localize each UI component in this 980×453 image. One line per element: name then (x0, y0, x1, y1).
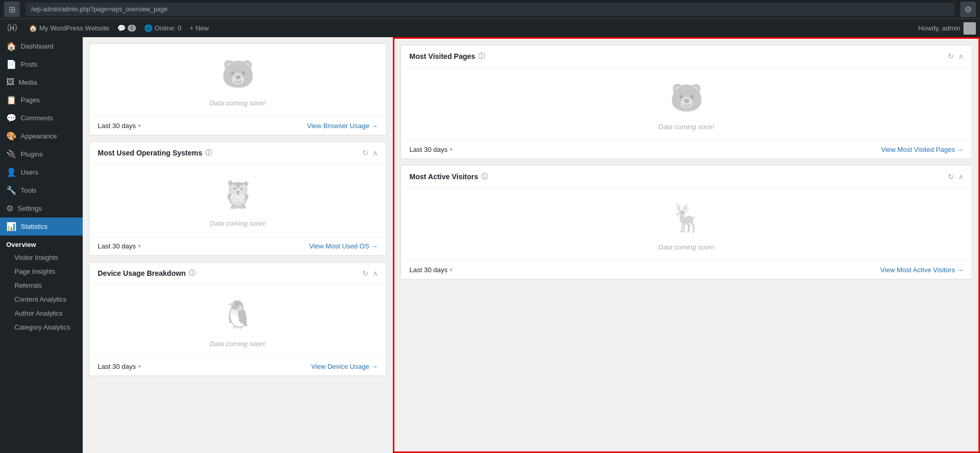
widget-device-usage: Device Usage Breakdown ⓘ ↻ ∧ 🐧 Data comi… (89, 262, 387, 376)
sidebar-item-label: Media (19, 79, 37, 86)
collapse-icon[interactable]: ∧ (373, 149, 378, 157)
browser-top-bar: ⊞ /wp-admin/admin.php?page=wps_overview_… (0, 0, 980, 19)
admin-bar-site-name[interactable]: 🏠 My WordPress Website (29, 24, 109, 32)
admin-bar-new[interactable]: + New (190, 24, 209, 32)
sidebar-item-author-analytics[interactable]: Author Analytics (0, 306, 83, 320)
most-active-visitors-period[interactable]: Last 30 days ▾ (409, 266, 453, 274)
widget-most-active-visitors-header: Most Active Visitors ⓘ ↻ ∧ (401, 166, 972, 188)
browser-usage-empty-state: Data coming soon! (210, 99, 266, 107)
widget-most-visited-pages: Most Visited Pages ⓘ ↻ ∧ 🐻 Data coming s… (401, 45, 972, 159)
collapse-icon[interactable]: ∧ (958, 52, 963, 60)
view-most-visited-pages-link[interactable]: View Most Visited Pages → (881, 146, 963, 153)
widget-browser-usage: 🐻 Data coming soon! Last 30 days ▾ View … (89, 43, 387, 135)
widget-device-usage-body: 🐧 Data coming soon! (89, 285, 386, 357)
widget-device-usage-controls: ↻ ∧ (362, 269, 378, 277)
admin-bar-comments[interactable]: 💬 0 (117, 24, 136, 32)
tools-icon: 🔧 (6, 185, 17, 195)
sidebar-item-label: Settings (18, 205, 42, 212)
widget-most-visited-pages-footer: Last 30 days ▾ View Most Visited Pages → (401, 140, 972, 159)
sidebar-item-label: Pages (21, 96, 40, 104)
pages-icon: 📋 (6, 95, 17, 105)
widget-most-visited-pages-header: Most Visited Pages ⓘ ↻ ∧ (401, 45, 972, 68)
widget-operating-systems-header: Most Used Operating Systems ⓘ ↻ ∧ (89, 142, 386, 164)
info-icon[interactable]: ⓘ (205, 148, 212, 158)
view-most-active-visitors-link[interactable]: View Most Active Visitors → (880, 266, 963, 274)
appearance-icon: 🎨 (6, 131, 17, 141)
info-icon[interactable]: ⓘ (478, 52, 485, 61)
sidebar-item-plugins[interactable]: 🔌 Plugins (0, 145, 83, 163)
widget-most-visited-pages-body: 🐻 Data coming soon! (401, 68, 972, 140)
view-most-used-os-link[interactable]: View Most Used OS → (309, 242, 378, 250)
wp-logo[interactable]: 🄦 (4, 22, 21, 34)
refresh-icon[interactable]: ↻ (362, 269, 369, 277)
sidebar-item-label: Plugins (21, 150, 43, 158)
sidebar-item-pages[interactable]: 📋 Pages (0, 91, 83, 109)
plugins-icon: 🔌 (6, 149, 17, 159)
sidebar-item-label: Tools (21, 186, 36, 194)
sidebar-item-visitor-insights[interactable]: Visitor Insights (0, 251, 83, 264)
sidebar-sub-menu: Visitor Insights Page Insights Referrals… (0, 251, 83, 334)
avatar[interactable] (963, 22, 976, 35)
most-active-visitors-empty-state: Data coming soon! (659, 243, 714, 251)
sidebar-item-appearance[interactable]: 🎨 Appearance (0, 127, 83, 145)
sidebar-item-label: Appearance (21, 132, 57, 140)
operating-systems-mascot: 🦉 (217, 174, 258, 215)
content-area: 🐻 Data coming soon! Last 30 days ▾ View … (83, 37, 980, 453)
statistics-icon: 📊 (6, 222, 17, 231)
widget-device-usage-footer: Last 30 days ▾ View Device Usage → (89, 357, 386, 376)
most-active-visitors-mascot: 🦌 (666, 198, 707, 239)
sidebar-item-users[interactable]: 👤 Users (0, 163, 83, 181)
refresh-icon[interactable]: ↻ (362, 149, 369, 157)
collapse-icon[interactable]: ∧ (958, 173, 963, 181)
sidebar-item-label: Statistics (21, 223, 48, 230)
media-icon: 🖼 (6, 77, 14, 87)
widget-most-active-visitors-footer: Last 30 days ▾ View Most Active Visitors… (401, 260, 972, 279)
sidebar-item-content-analytics[interactable]: Content Analytics (0, 292, 83, 306)
url-bar[interactable]: /wp-admin/admin.php?page=wps_overview_pa… (26, 3, 954, 16)
widget-most-visited-pages-controls: ↻ ∧ (948, 52, 963, 60)
grid-icon[interactable]: ⊞ (4, 2, 20, 17)
sidebar-item-category-analytics[interactable]: Category Analytics (0, 320, 83, 334)
comment-icon: 💬 (117, 24, 126, 32)
view-device-usage-link[interactable]: View Device Usage → (311, 363, 378, 370)
sidebar-item-page-insights[interactable]: Page Insights (0, 264, 83, 278)
refresh-icon[interactable]: ↻ (948, 52, 954, 60)
sidebar-item-label: Dashboard (21, 42, 54, 50)
widget-operating-systems-body: 🦉 Data coming soon! (89, 164, 386, 237)
device-usage-period[interactable]: Last 30 days ▾ (98, 363, 141, 370)
sidebar-item-dashboard[interactable]: 🏠 Dashboard (0, 37, 83, 55)
most-visited-pages-period[interactable]: Last 30 days ▾ (409, 146, 453, 153)
sidebar-item-statistics[interactable]: 📊 Statistics (0, 217, 83, 236)
posts-icon: 📄 (6, 59, 17, 69)
widget-most-active-visitors: Most Active Visitors ⓘ ↻ ∧ 🦌 Data coming… (401, 165, 972, 279)
operating-systems-period[interactable]: Last 30 days ▾ (98, 242, 141, 250)
browser-settings-icon[interactable]: ⚙ (960, 2, 976, 17)
info-icon[interactable]: ⓘ (189, 269, 195, 278)
right-column: Most Visited Pages ⓘ ↻ ∧ 🐻 Data coming s… (393, 37, 980, 453)
sidebar: 🏠 Dashboard 📄 Posts 🖼 Media 📋 Pages 💬 Co… (0, 37, 83, 453)
period-chevron-icon: ▾ (138, 363, 141, 370)
device-usage-empty-state: Data coming soon! (210, 340, 266, 348)
main-layout: 🏠 Dashboard 📄 Posts 🖼 Media 📋 Pages 💬 Co… (0, 37, 980, 453)
admin-bar-online[interactable]: 🌐 Online: 0 (144, 24, 181, 32)
dashboard-icon: 🏠 (6, 41, 17, 51)
refresh-icon[interactable]: ↻ (948, 173, 954, 181)
admin-bar-right: Howdy, admin (918, 22, 976, 35)
most-visited-pages-empty-state: Data coming soon! (659, 123, 714, 131)
sidebar-item-comments[interactable]: 💬 Comments (0, 109, 83, 127)
sidebar-item-referrals[interactable]: Referrals (0, 278, 83, 292)
sidebar-item-media[interactable]: 🖼 Media (0, 73, 83, 91)
info-icon[interactable]: ⓘ (481, 172, 488, 181)
collapse-icon[interactable]: ∧ (373, 269, 378, 277)
widget-operating-systems-title: Most Used Operating Systems ⓘ (98, 148, 362, 158)
widget-device-usage-title: Device Usage Breakdown ⓘ (98, 269, 362, 278)
widget-most-active-visitors-body: 🦌 Data coming soon! (401, 188, 972, 260)
sidebar-item-posts[interactable]: 📄 Posts (0, 55, 83, 73)
settings-icon: ⚙ (6, 204, 13, 213)
browser-usage-mascot: 🐻 (217, 54, 258, 95)
browser-usage-period[interactable]: Last 30 days ▾ (98, 122, 141, 130)
view-browser-usage-link[interactable]: View Browser Usage → (307, 122, 378, 130)
sidebar-item-tools[interactable]: 🔧 Tools (0, 181, 83, 199)
comments-icon: 💬 (6, 113, 17, 123)
sidebar-item-settings[interactable]: ⚙ Settings (0, 199, 83, 217)
